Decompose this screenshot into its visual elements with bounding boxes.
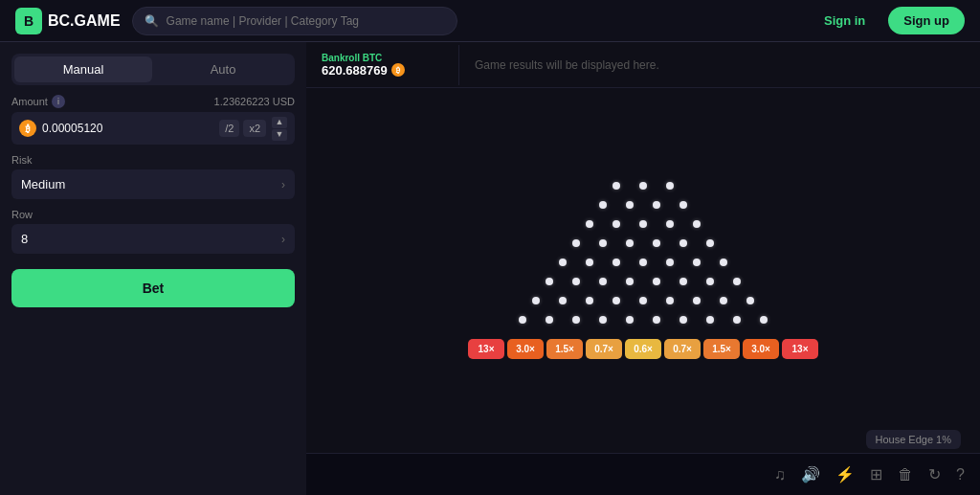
logo-icon: B	[15, 8, 42, 34]
peg	[639, 182, 647, 190]
bankroll-value: 620.688769 ₿	[322, 63, 443, 78]
peg-row	[549, 259, 737, 266]
row-section: Row 8 ›	[11, 209, 295, 254]
multiplier-row: 13×3.0×1.5×0.7×0.6×0.7×1.5×3.0×13×	[468, 339, 818, 359]
peg	[532, 297, 540, 304]
peg	[706, 316, 714, 324]
btc-icon: ₿	[19, 120, 36, 137]
search-input[interactable]	[167, 14, 445, 28]
peg	[666, 220, 674, 228]
amount-input[interactable]	[42, 122, 213, 135]
right-panel: Bankroll BTC 620.688769 ₿ Game results w…	[306, 42, 980, 495]
peg	[679, 278, 687, 285]
peg	[546, 316, 553, 324]
results-section: Game results will be displayed here.	[459, 58, 980, 72]
row-value: 8	[21, 232, 28, 246]
main-content: Manual Auto Amount i 1.23626223 USD ₿ /2…	[0, 42, 980, 495]
search-bar[interactable]: 🔍	[132, 7, 457, 35]
peg	[572, 316, 580, 324]
tab-bar: Manual Auto	[11, 54, 295, 85]
bet-button[interactable]: Bet	[11, 269, 295, 307]
peg-row	[563, 239, 724, 247]
bottom-bar: ♫ 🔊 ⚡ ⊞ 🗑 ↻ ?	[306, 453, 980, 495]
tab-manual[interactable]: Manual	[14, 56, 152, 82]
game-area: 13×3.0×1.5×0.7×0.6×0.7×1.5×3.0×13×	[306, 88, 980, 453]
peg	[760, 316, 768, 324]
row-label: Row	[11, 209, 295, 220]
peg	[653, 239, 660, 247]
signin-button[interactable]: Sign in	[813, 8, 877, 34]
amount-stepper: ▲ ▼	[272, 117, 287, 141]
peg	[586, 297, 593, 304]
peg-row	[509, 316, 777, 324]
multiplier-box: 0.6×	[625, 339, 661, 359]
grid-icon[interactable]: ⊞	[870, 465, 882, 484]
music-icon[interactable]: ♫	[774, 466, 786, 484]
peg	[666, 297, 674, 304]
peg	[679, 239, 687, 247]
bankroll-label: Bankroll BTC	[322, 53, 443, 63]
peg	[706, 278, 714, 285]
peg	[746, 297, 754, 304]
logo[interactable]: B BC.GAME	[15, 8, 121, 34]
double-button[interactable]: x2	[243, 120, 266, 137]
bankroll-coin-icon: ₿	[391, 63, 405, 77]
topnav: B BC.GAME 🔍 Sign in Sign up	[0, 0, 980, 42]
peg	[599, 201, 607, 209]
peg	[653, 316, 660, 324]
peg	[733, 316, 741, 324]
peg-row	[576, 220, 710, 228]
trash-icon[interactable]: 🗑	[898, 466, 913, 484]
lightning-icon[interactable]: ⚡	[835, 465, 855, 484]
peg-row	[523, 297, 764, 304]
amount-buttons: /2 x2	[219, 120, 266, 137]
peg	[612, 182, 620, 190]
tab-auto[interactable]: Auto	[154, 56, 292, 82]
half-button[interactable]: /2	[219, 120, 239, 137]
peg	[599, 278, 607, 285]
peg-row	[590, 201, 697, 209]
peg	[559, 259, 567, 266]
row-select[interactable]: 8 ›	[11, 224, 295, 254]
peg	[599, 239, 607, 247]
peg	[693, 297, 701, 304]
peg	[546, 278, 553, 285]
peg	[720, 259, 727, 266]
peg	[519, 316, 526, 324]
peg	[693, 259, 701, 266]
help-icon[interactable]: ?	[956, 466, 965, 484]
signup-button[interactable]: Sign up	[888, 7, 965, 34]
house-edge-badge: House Edge 1%	[866, 430, 962, 449]
risk-chevron-icon: ›	[281, 178, 285, 191]
peg	[666, 182, 674, 190]
search-icon: 🔍	[145, 14, 159, 28]
peg	[626, 316, 634, 324]
peg	[586, 220, 593, 228]
stepper-up[interactable]: ▲	[272, 117, 287, 128]
risk-select[interactable]: Medium ›	[11, 169, 295, 199]
results-placeholder: Game results will be displayed here.	[475, 58, 659, 72]
peg-row	[603, 182, 683, 190]
amount-section: Amount i 1.23626223 USD ₿ /2 x2 ▲ ▼	[11, 95, 295, 145]
peg	[626, 201, 634, 209]
risk-label: Risk	[11, 154, 295, 166]
amount-label: Amount i 1.23626223 USD	[11, 95, 295, 108]
multiplier-box: 0.7×	[586, 339, 622, 359]
peg	[666, 259, 674, 266]
multiplier-box: 0.7×	[664, 339, 701, 359]
amount-input-row: ₿ /2 x2 ▲ ▼	[11, 112, 295, 145]
stepper-down[interactable]: ▼	[272, 129, 287, 141]
peg	[559, 297, 567, 304]
peg	[679, 316, 687, 324]
peg	[720, 297, 727, 304]
refresh-icon[interactable]: ↻	[928, 465, 941, 484]
peg	[733, 278, 741, 285]
peg	[626, 239, 634, 247]
sound-icon[interactable]: 🔊	[801, 465, 820, 484]
amount-info-icon[interactable]: i	[52, 95, 65, 108]
bankroll-section: Bankroll BTC 620.688769 ₿	[306, 45, 459, 85]
peg	[612, 297, 620, 304]
peg	[572, 278, 580, 285]
peg	[612, 259, 620, 266]
multiplier-box: 13×	[468, 339, 504, 359]
